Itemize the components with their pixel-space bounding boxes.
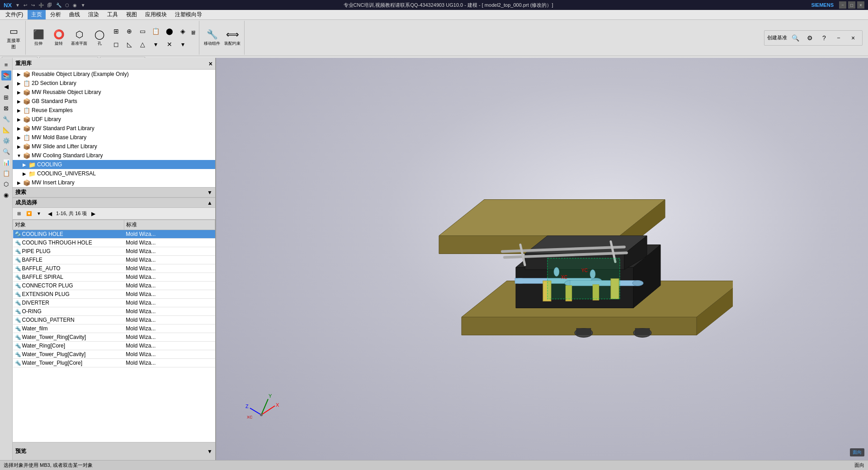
tree-mw-insert[interactable]: ▶ 📦 MW Insert Library — [13, 178, 215, 187]
reuse-header[interactable]: 重用库 × — [13, 58, 215, 70]
left-icon-shape[interactable]: ⬡ — [1, 179, 11, 189]
table-row[interactable]: 🔩Water_Tower_Plug[Core] Mold Wiza... — [13, 359, 215, 367]
table-row[interactable]: 🔩Water_Ring[Core] Mold Wiza... — [13, 342, 215, 350]
left-icon-settings[interactable]: ⚙️ — [1, 136, 11, 146]
table-row[interactable]: 🔩Water_film Mold Wiza... — [13, 324, 215, 333]
tree-mw-cooling[interactable]: ▼ 📦 MW Cooling Standard Library — [13, 151, 215, 160]
left-icon-layers[interactable]: 📋 — [1, 168, 11, 178]
tree-cooling[interactable]: ▶ 📁 COOLING — [13, 160, 215, 169]
left-icon-menu[interactable]: ≡ — [1, 60, 11, 70]
preview-toggle-icon[interactable]: ▼ — [207, 448, 212, 455]
table-row[interactable]: 🔩EXTENSION PLUG Mold Wiza... — [13, 290, 215, 299]
viewport[interactable]: XC YC X Y Z XC 面向 — [216, 58, 868, 460]
search-toggle-icon[interactable]: ▼ — [207, 189, 212, 196]
menu-app[interactable]: 应用模块 — [142, 10, 170, 19]
table-row[interactable]: 🔩PIPE PLUG Mold Wiza... — [13, 247, 215, 256]
extract-btn[interactable]: ◻ — [110, 38, 123, 51]
filter-clear-btn[interactable]: ▼ — [34, 209, 43, 218]
tree-reusable[interactable]: ▶ 📦 Reusable Object Library (Example Onl… — [13, 70, 215, 79]
revolve-btn[interactable]: ⭕ 旋转 — [49, 24, 69, 52]
tree-mw-std[interactable]: ▶ 📦 MW Standard Part Library — [13, 124, 215, 133]
delete-face-btn[interactable]: ✕ — [163, 38, 176, 51]
tree-2d[interactable]: ▶ 📋 2D Section Library — [13, 79, 215, 88]
menu-curve[interactable]: 曲线 — [66, 10, 84, 19]
left-icon-constraint[interactable]: ⊠ — [1, 103, 11, 113]
array-btn[interactable]: ⊞ — [110, 25, 123, 38]
left-icon-nav[interactable]: ◀ — [1, 81, 11, 91]
prev-page-btn[interactable]: ◀ — [45, 209, 54, 218]
menu-render[interactable]: 渲染 — [85, 10, 103, 19]
tree-udf[interactable]: ▶ 📦 UDF Library — [13, 115, 215, 124]
draft-btn[interactable]: △ — [136, 38, 149, 51]
tree-mw-slide[interactable]: ▶ 📦 MW Slide and Lifter Library — [13, 142, 215, 151]
tree-mw-mold[interactable]: ▶ 📋 MW Mold Base Library — [13, 133, 215, 142]
table-row[interactable]: 🔩COOLING_PATTERN Mold Wiza... — [13, 316, 215, 324]
minimize-panel-btn[interactable]: － — [832, 32, 845, 44]
menu-analysis[interactable]: 分析 — [47, 10, 65, 19]
member-toggle-icon[interactable]: ▲ — [207, 200, 212, 206]
chamfer-btn[interactable]: ◺ — [123, 38, 136, 51]
offset-btn[interactable]: 📋 — [149, 25, 162, 38]
table-row[interactable]: 🔩BAFFLE_AUTO Mold Wiza... — [13, 264, 215, 273]
settings-btn-top[interactable]: ⚙ — [803, 32, 816, 44]
table-row[interactable]: 🔩BAFFLE SPIRAL Mold Wiza... — [13, 273, 215, 282]
more-btn[interactable]: ▾ — [149, 38, 162, 51]
hole-btn[interactable]: ◯ 孔 — [90, 24, 109, 52]
tree-reuse-ex[interactable]: ▶ 📋 Reuse Examples — [13, 106, 215, 115]
left-icon-history[interactable]: 🔧 — [1, 114, 11, 124]
more2-btn[interactable]: ▾ — [176, 38, 189, 51]
menu-tools[interactable]: 工具 — [104, 10, 122, 19]
search-btn-top[interactable]: 🔍 — [789, 32, 802, 44]
base-plane-btn[interactable]: ⬡ 基准平面 — [69, 24, 89, 52]
table-row[interactable]: 🔩COOLING HOLE Mold Wiza... — [13, 230, 215, 239]
table-row[interactable]: 🔩BAFFLE Mold Wiza... — [13, 256, 215, 264]
move-face-btn[interactable]: ⬤ — [163, 25, 176, 38]
menu-file[interactable]: 文件(F) — [2, 10, 27, 19]
menu-bar: 文件(F) 主页 分析 曲线 渲染 工具 视图 应用模块 注塑模向导 — [0, 10, 868, 20]
member-name: 🔩COOLING HOLE — [13, 230, 124, 239]
tree-gb[interactable]: ▶ 📦 GB Standard Parts — [13, 97, 215, 106]
close-panel-btn[interactable]: × — [847, 32, 859, 44]
search-header[interactable]: 搜索 ▼ — [13, 188, 215, 197]
member-icon: 🔩 — [15, 249, 21, 254]
member-header[interactable]: 成员选择 ▲ — [13, 198, 215, 208]
table-row[interactable]: 🔩CONNECTOR PLUG Mold Wiza... — [13, 282, 215, 290]
filter-member-btn[interactable]: 🔽 — [24, 209, 33, 218]
help-btn-top[interactable]: ? — [818, 32, 830, 44]
extrude-btn[interactable]: ⬛ 拉伸 — [28, 24, 48, 52]
member-table-container[interactable]: 对象 标准 🔩COOLING HOLE Mold Wiza... 🔩COOLIN… — [13, 220, 215, 442]
replace-face-btn[interactable]: ◈ — [176, 25, 189, 38]
table-row[interactable]: 🔩O-RING Mold Wiza... — [13, 307, 215, 316]
close-btn[interactable]: × — [857, 1, 864, 9]
table-row[interactable]: 🔩DIVERTER Mold Wiza... — [13, 299, 215, 307]
left-icon-assembly[interactable]: ⊞ — [1, 92, 11, 102]
left-icon-search[interactable]: 🔍 — [1, 146, 11, 156]
table-row[interactable]: 🔩COOLING THROUGH HOLE Mold Wiza... — [13, 239, 215, 247]
menu-view[interactable]: 视图 — [123, 10, 141, 19]
left-icon-chart[interactable]: 📊 — [1, 157, 11, 167]
table-row[interactable]: 🔩Water_Tower_Plug[Cavity] Mold Wiza... — [13, 350, 215, 359]
table-row[interactable]: 🔩Water_Tower_Ring[Cavity] Mold Wiza... — [13, 333, 215, 342]
left-icon-circle[interactable]: ◉ — [1, 190, 11, 200]
view-toggle-btn[interactable]: ⊞ — [14, 209, 24, 218]
sketch-btn[interactable]: ▭ 直接草图 — [4, 24, 24, 52]
mirror-btn[interactable]: ⟺ 装配约束 — [222, 24, 242, 52]
tree-mw-reusable[interactable]: ▶ 📦 MW Reusable Object Library — [13, 88, 215, 97]
preview-section[interactable]: 预览 ▼ — [13, 442, 215, 460]
restore-btn[interactable]: □ — [848, 1, 855, 9]
member-name: 🔩PIPE PLUG — [13, 247, 124, 256]
next-page-btn[interactable]: ▶ — [89, 209, 98, 218]
minimize-btn[interactable]: － — [839, 1, 846, 9]
member-icon: 🔩 — [15, 334, 21, 340]
left-icon-measure[interactable]: 📐 — [1, 125, 11, 135]
tree-label-2d: 2D Section Library — [32, 80, 76, 86]
merge-btn[interactable]: ⊕ — [123, 25, 136, 38]
modify-btn[interactable]: 🔧 移动组件 — [202, 24, 222, 52]
menu-home[interactable]: 主页 — [28, 10, 46, 19]
menu-mold[interactable]: 注塑模向导 — [171, 10, 206, 19]
tree-cooling-universal[interactable]: ▶ 📁 COOLING_UNIVERSAL — [13, 169, 215, 178]
edge-btn[interactable]: ▭ — [136, 25, 149, 38]
modify-label: 移动组件 — [204, 41, 220, 47]
reuse-close-icon[interactable]: × — [209, 60, 212, 67]
left-icon-reuse[interactable]: 📚 — [1, 70, 11, 80]
